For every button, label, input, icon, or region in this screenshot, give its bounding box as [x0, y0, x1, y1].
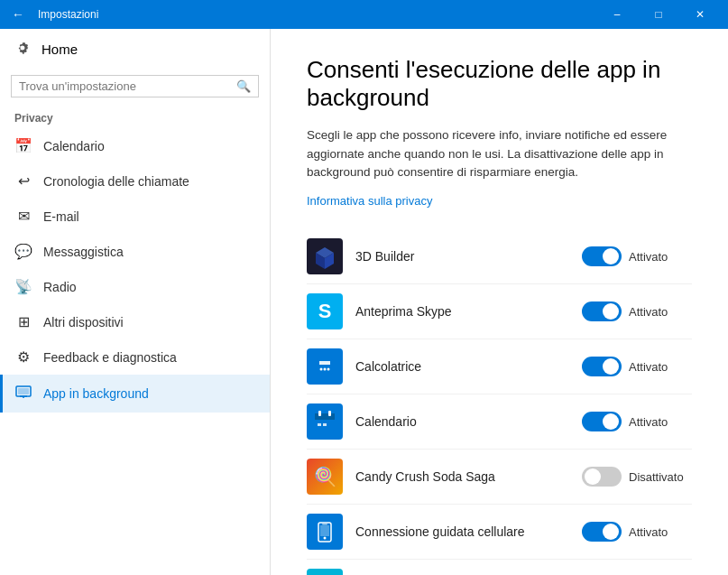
- toggle-knob: [603, 413, 619, 430]
- app-item-calcolatrice: Calcolatrice Attivato: [307, 339, 692, 394]
- sidebar-item-label: App in background: [43, 386, 149, 401]
- sidebar-item-cronologia[interactable]: ↩ Cronologia delle chiamate: [0, 163, 270, 199]
- toggle-label-connessione: Attivato: [629, 525, 692, 539]
- feedback-icon: ⚙: [14, 348, 32, 366]
- sidebar-item-altri[interactable]: ⊞ Altri dispositivi: [0, 304, 270, 339]
- svg-rect-22: [322, 524, 327, 525]
- sidebar-item-background[interactable]: App in background: [0, 375, 270, 413]
- toggle-calcolatrice[interactable]: [582, 357, 622, 376]
- email-icon: ✉: [14, 208, 32, 225]
- svg-rect-9: [319, 361, 330, 365]
- toggle-knob: [603, 248, 619, 264]
- app-name-skype: Anteprima Skype: [355, 304, 569, 319]
- sidebar-item-label: E-mail: [43, 209, 79, 224]
- sidebar-item-label: Calendario: [43, 139, 105, 153]
- app-name-calendario: Calendario: [355, 414, 569, 429]
- sidebar-item-home[interactable]: Home: [0, 29, 270, 70]
- svg-point-12: [327, 368, 330, 371]
- app-icon-connetti: [307, 569, 343, 575]
- svg-rect-14: [315, 413, 335, 420]
- privacy-link[interactable]: Informativa sulla privacy: [307, 194, 692, 208]
- toggle-label-candy: Disattivato: [629, 470, 692, 484]
- back-button[interactable]: ←: [7, 4, 29, 25]
- minimize-button[interactable]: –: [596, 0, 638, 29]
- svg-rect-16: [328, 411, 331, 416]
- sidebar-item-email[interactable]: ✉ E-mail: [0, 199, 270, 234]
- search-icon: 🔍: [236, 79, 251, 93]
- svg-rect-15: [318, 411, 321, 416]
- toggle-container-3dbuilder: Attivato: [582, 246, 692, 266]
- sidebar-item-messaggistica[interactable]: 💬 Messaggistica: [0, 234, 270, 269]
- toggle-container-candy: Disattivato: [582, 467, 692, 487]
- toggle-3dbuilder[interactable]: [582, 246, 622, 266]
- toggle-container-calcolatrice: Attivato: [582, 357, 692, 376]
- title-bar: ← Impostazioni – □ ✕: [0, 0, 728, 29]
- sidebar-item-label: Radio: [43, 280, 77, 294]
- toggle-container-skype: Attivato: [582, 301, 692, 321]
- toggle-calendario[interactable]: [582, 412, 622, 431]
- app-icon-calcolatrice: [307, 348, 343, 385]
- window-title: Impostazioni: [38, 8, 596, 21]
- app-icon-connessione: [307, 514, 343, 550]
- sidebar-item-calendario[interactable]: 📅 Calendario: [0, 128, 270, 163]
- toggle-label-calcolatrice: Attivato: [629, 360, 692, 374]
- toggle-label-3dbuilder: Attivato: [629, 250, 692, 264]
- app-name-3dbuilder: 3D Builder: [355, 249, 569, 264]
- toggle-knob: [603, 358, 619, 375]
- maximize-button[interactable]: □: [638, 0, 679, 29]
- sidebar: Home 🔍 Privacy 📅 Calendario ↩ Cronologia…: [0, 29, 271, 575]
- app-name-candy: Candy Crush Soda Saga: [355, 469, 569, 484]
- svg-rect-20: [320, 525, 329, 536]
- devices-icon: ⊞: [14, 313, 32, 330]
- toggle-label-skype: Attivato: [629, 305, 692, 319]
- home-label: Home: [41, 42, 78, 57]
- toggle-container-connessione: Attivato: [582, 522, 692, 542]
- svg-rect-8: [317, 358, 333, 375]
- app-item-3dbuilder: 3D Builder Attivato: [307, 229, 692, 284]
- gear-icon: [14, 40, 31, 59]
- app-item-connetti: Connetti Attivato: [307, 560, 692, 575]
- app-item-candy: 🍭 Candy Crush Soda Saga Disattivato: [307, 450, 692, 505]
- toggle-container-calendario: Attivato: [582, 412, 692, 431]
- calendar-icon: 📅: [14, 137, 32, 154]
- sidebar-item-feedback[interactable]: ⚙ Feedback e diagnostica: [0, 339, 270, 375]
- sidebar-item-label: Altri dispositivi: [43, 315, 124, 329]
- sidebar-item-label: Messaggistica: [43, 245, 124, 259]
- sidebar-section-title: Privacy: [0, 107, 270, 128]
- app-icon-skype: S: [307, 293, 343, 329]
- toggle-skype[interactable]: [582, 301, 622, 321]
- app-item-skype: S Anteprima Skype Attivato: [307, 284, 692, 339]
- close-button[interactable]: ✕: [679, 0, 721, 29]
- app-name-connessione: Connessione guidata cellulare: [355, 524, 569, 539]
- app-item-calendario: Calendario Attivato: [307, 394, 692, 450]
- toggle-label-calendario: Attivato: [629, 415, 692, 429]
- toggle-connessione[interactable]: [582, 522, 622, 542]
- messaging-icon: 💬: [14, 243, 32, 260]
- app-icon-3dbuilder: [307, 238, 343, 274]
- svg-point-10: [320, 368, 323, 371]
- svg-rect-18: [323, 423, 327, 426]
- content-area: Consenti l'esecuzione delle app in backg…: [271, 29, 728, 575]
- radio-icon: 📡: [14, 278, 32, 295]
- app-name-calcolatrice: Calcolatrice: [355, 359, 569, 374]
- sidebar-item-label: Cronologia delle chiamate: [43, 174, 189, 189]
- app-icon-calendario: [307, 403, 343, 440]
- main-container: Home 🔍 Privacy 📅 Calendario ↩ Cronologia…: [0, 29, 728, 575]
- toggle-knob: [603, 303, 619, 320]
- page-title: Consenti l'esecuzione delle app in backg…: [307, 56, 692, 112]
- search-input[interactable]: [19, 79, 231, 93]
- app-icon-candy: 🍭: [307, 459, 343, 495]
- search-box[interactable]: 🔍: [11, 75, 259, 97]
- sidebar-item-radio[interactable]: 📡 Radio: [0, 269, 270, 304]
- svg-rect-17: [318, 423, 321, 426]
- svg-point-21: [324, 537, 327, 540]
- background-apps-icon: [14, 384, 32, 403]
- svg-point-11: [324, 368, 327, 371]
- app-list: 3D Builder Attivato S Anteprima Skype: [307, 229, 692, 575]
- toggle-candy[interactable]: [582, 467, 622, 487]
- svg-rect-1: [18, 388, 29, 394]
- toggle-knob: [585, 468, 601, 485]
- toggle-knob: [603, 524, 619, 540]
- app-item-connessione: Connessione guidata cellulare Attivato: [307, 505, 692, 560]
- page-description: Scegli le app che possono ricevere info,…: [307, 126, 686, 181]
